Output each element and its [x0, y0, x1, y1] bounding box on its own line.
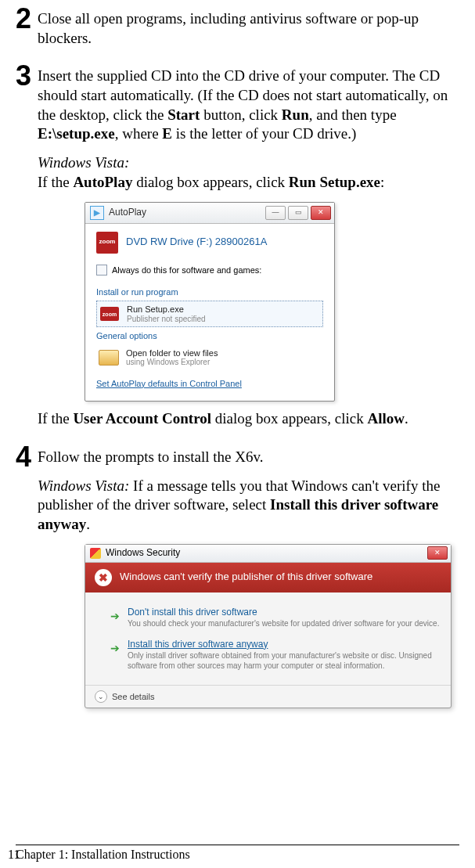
security-close-button[interactable]: ✕ — [427, 546, 448, 560]
security-heading: Windows can't verify the publisher of th… — [120, 571, 372, 584]
step-number-3: 3 — [16, 62, 38, 438]
step2-text: Close all open programs, including antiv… — [38, 9, 459, 48]
open-folder-item[interactable]: Open folder to view files using Windows … — [96, 345, 323, 370]
always-do-checkbox[interactable] — [96, 265, 107, 276]
always-do-label: Always do this for software and games: — [112, 265, 261, 276]
chapter-title: Chapter 1: Installation Instructions — [16, 847, 190, 863]
section-general: General options — [96, 330, 323, 341]
page-number: 11 — [8, 847, 20, 863]
step3-vista-label: Windows Vista: — [38, 154, 129, 171]
step3-uac: If the User Account Control dialog box a… — [38, 409, 459, 429]
step3-text: Insert the supplied CD into the CD drive… — [38, 67, 459, 144]
chevron-down-icon[interactable]: ⌄ — [95, 690, 107, 703]
shield-icon — [90, 548, 101, 559]
autoplay-defaults-link[interactable]: Set AutoPlay defaults in Control Panel — [96, 378, 242, 389]
step4-text: Follow the prompts to install the X6v. — [38, 448, 459, 467]
arrow-icon: ➔ — [110, 641, 120, 655]
minimize-button[interactable]: — — [265, 206, 286, 220]
autoplay-title: AutoPlay — [109, 207, 265, 219]
run-setup-item[interactable]: zoom Run Setup.exe Publisher not specifi… — [96, 301, 323, 327]
autoplay-dialog: ▶ AutoPlay — ▭ ✕ zoom DVD RW Drive (F:) … — [85, 202, 335, 402]
security-title: Windows Security — [106, 547, 180, 560]
step-number-4: 4 — [16, 443, 38, 708]
step4-vista: Windows Vista: If a message tells you th… — [38, 477, 459, 535]
close-button[interactable]: ✕ — [311, 206, 331, 220]
zoom-app-icon: zoom — [100, 307, 119, 321]
section-install: Install or run program — [96, 286, 323, 297]
security-band-icon: ✖ — [95, 569, 112, 586]
install-anyway-option[interactable]: ➔ Install this driver software anyway On… — [128, 639, 440, 672]
folder-icon — [99, 350, 119, 366]
autoplay-title-icon: ▶ — [90, 206, 104, 220]
dont-install-option[interactable]: ➔ Don't install this driver software You… — [128, 607, 440, 629]
maximize-button[interactable]: ▭ — [288, 206, 308, 220]
security-dialog: Windows Security ✕ ✖ Windows can't verif… — [85, 544, 452, 709]
see-details[interactable]: See details — [112, 691, 154, 702]
drive-label: DVD RW Drive (F:) 28900261A — [126, 236, 267, 249]
zoom-cd-icon: zoom — [96, 232, 118, 254]
arrow-icon: ➔ — [110, 609, 120, 623]
step-number-2: 2 — [16, 5, 38, 57]
step3-vista-text: If the AutoPlay dialog box appears, clic… — [38, 174, 384, 190]
page-footer: Chapter 1: Installation Instructions — [16, 845, 459, 863]
